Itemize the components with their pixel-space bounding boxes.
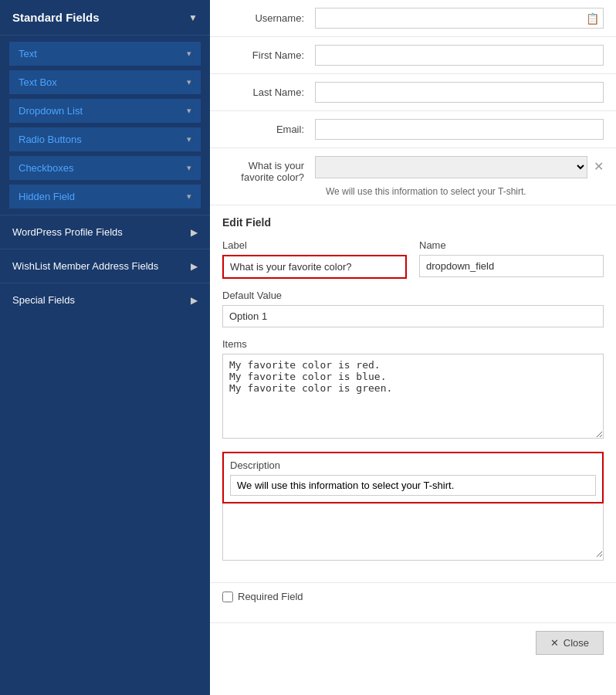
description-input-highlighted[interactable] bbox=[230, 475, 596, 496]
sidebar-header[interactable]: Standard Fields ▼ bbox=[0, 0, 210, 36]
default-value-label: Default Value bbox=[222, 290, 604, 301]
field-item-checkboxes-label: Checkboxes bbox=[19, 162, 74, 174]
sidebar-section-wishlist-label: WishList Member Address Fields bbox=[12, 260, 158, 272]
field-item-hidden-chevron: ▾ bbox=[187, 192, 191, 202]
email-input-wrapper bbox=[315, 119, 604, 140]
sidebar-section-wishlist-arrow: ▶ bbox=[191, 261, 198, 272]
field-item-text-chevron: ▾ bbox=[187, 49, 191, 59]
label-field-input[interactable] bbox=[222, 255, 407, 279]
lastname-input-wrapper bbox=[315, 82, 604, 103]
sidebar-section-wordpress-label: WordPress Profile Fields bbox=[12, 226, 123, 238]
color-dropdown-top: What is your favorite color? ✕ bbox=[222, 156, 604, 183]
sidebar-section-special[interactable]: Special Fields ▶ bbox=[0, 283, 210, 317]
close-btn-row: ✕ Close bbox=[210, 622, 616, 667]
username-input-wrapper: 📋 bbox=[315, 8, 604, 29]
field-item-dropdown-chevron: ▾ bbox=[187, 106, 191, 116]
email-label: Email: bbox=[222, 124, 315, 135]
field-item-checkboxes[interactable]: Checkboxes ▾ bbox=[9, 156, 201, 180]
sidebar-section-wordpress-arrow: ▶ bbox=[191, 227, 198, 238]
field-item-text[interactable]: Text ▾ bbox=[9, 42, 201, 66]
field-item-dropdown[interactable]: Dropdown List ▾ bbox=[9, 99, 201, 123]
color-close-btn[interactable]: ✕ bbox=[594, 156, 604, 174]
items-section: Items bbox=[222, 338, 604, 441]
color-label: What is your favorite color? bbox=[222, 156, 315, 183]
items-textarea[interactable] bbox=[222, 354, 604, 439]
firstname-input-wrapper bbox=[315, 45, 604, 66]
lastname-label: Last Name: bbox=[222, 86, 315, 98]
field-item-radio[interactable]: Radio Buttons ▾ bbox=[9, 127, 201, 151]
main-content: Username: 📋 First Name: Last Name: Email… bbox=[210, 0, 616, 695]
field-item-hidden-label: Hidden Field bbox=[19, 191, 75, 202]
name-field-label: Name bbox=[419, 239, 604, 251]
close-icon: ✕ bbox=[550, 637, 559, 649]
close-button-label: Close bbox=[564, 637, 589, 649]
sidebar-section-wishlist[interactable]: WishList Member Address Fields ▶ bbox=[0, 249, 210, 283]
default-value-section: Default Value bbox=[222, 290, 604, 327]
username-row: Username: 📋 bbox=[210, 0, 616, 37]
lastname-input[interactable] bbox=[315, 82, 604, 103]
field-items-list: Text ▾ Text Box ▾ Dropdown List ▾ Radio … bbox=[0, 36, 210, 215]
required-row: Required Field bbox=[210, 582, 616, 610]
description-label: Description bbox=[230, 459, 596, 471]
field-item-radio-chevron: ▾ bbox=[187, 134, 191, 144]
firstname-row: First Name: bbox=[210, 37, 616, 74]
description-textarea[interactable] bbox=[223, 503, 603, 558]
close-button[interactable]: ✕ Close bbox=[536, 631, 604, 655]
username-label: Username: bbox=[222, 12, 315, 24]
name-col: Name bbox=[419, 239, 604, 279]
firstname-input[interactable] bbox=[315, 45, 604, 66]
default-value-input[interactable] bbox=[222, 305, 604, 327]
sidebar-chevron-icon: ▼ bbox=[188, 12, 198, 23]
email-input[interactable] bbox=[315, 119, 604, 140]
email-row: Email: bbox=[210, 111, 616, 148]
field-item-hidden[interactable]: Hidden Field ▾ bbox=[9, 185, 201, 208]
color-dropdown-row: What is your favorite color? ✕ We will u… bbox=[210, 148, 616, 205]
username-input[interactable] bbox=[315, 8, 604, 29]
sidebar-section-wordpress[interactable]: WordPress Profile Fields ▶ bbox=[0, 215, 210, 249]
firstname-label: First Name: bbox=[222, 49, 315, 61]
items-label: Items bbox=[222, 338, 604, 350]
label-col: Label bbox=[222, 239, 407, 279]
edit-field-title: Edit Field bbox=[222, 216, 604, 229]
field-item-textbox[interactable]: Text Box ▾ bbox=[9, 70, 201, 94]
lastname-row: Last Name: bbox=[210, 74, 616, 111]
required-label: Required Field bbox=[238, 591, 303, 602]
field-item-radio-label: Radio Buttons bbox=[19, 134, 82, 145]
user-icon: 📋 bbox=[586, 12, 599, 25]
color-select[interactable] bbox=[315, 156, 587, 178]
label-field-label: Label bbox=[222, 239, 407, 251]
sidebar-section-special-arrow: ▶ bbox=[191, 295, 198, 306]
field-item-checkboxes-chevron: ▾ bbox=[187, 163, 191, 173]
sidebar-title: Standard Fields bbox=[12, 11, 100, 24]
description-textarea-section bbox=[222, 503, 604, 561]
field-item-textbox-chevron: ▾ bbox=[187, 77, 191, 87]
field-item-dropdown-label: Dropdown List bbox=[19, 105, 83, 117]
color-dropdown-wrapper bbox=[315, 156, 587, 178]
edit-field-section: Edit Field Label Name Default Value Item… bbox=[210, 205, 616, 582]
required-checkbox[interactable] bbox=[222, 592, 233, 602]
name-field-input[interactable] bbox=[419, 255, 604, 277]
field-item-textbox-label: Text Box bbox=[19, 76, 57, 88]
label-name-row: Label Name bbox=[222, 239, 604, 279]
sidebar: Standard Fields ▼ Text ▾ Text Box ▾ Drop… bbox=[0, 0, 210, 695]
field-item-text-label: Text bbox=[19, 48, 37, 59]
description-highlighted-wrapper: Description bbox=[222, 452, 604, 503]
color-description: We will use this information to select y… bbox=[326, 186, 604, 197]
sidebar-section-special-label: Special Fields bbox=[12, 294, 75, 306]
